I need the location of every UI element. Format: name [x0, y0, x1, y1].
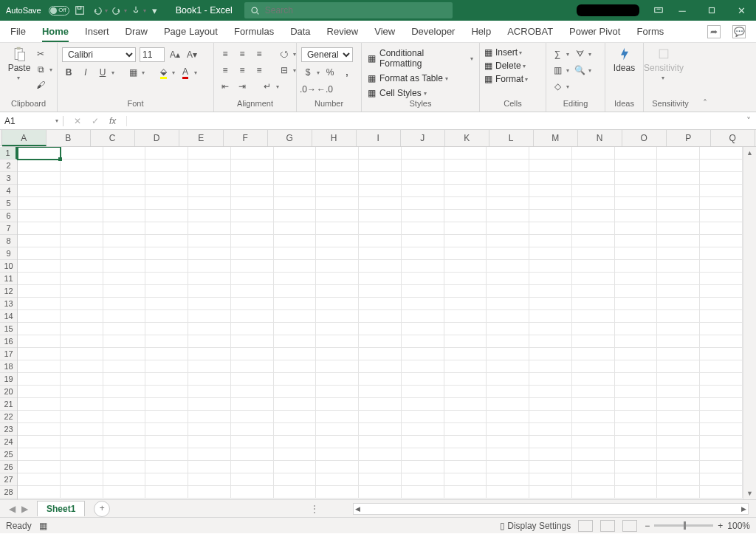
worksheet-cells[interactable] [18, 147, 743, 499]
percent-format-icon[interactable]: % [323, 66, 337, 79]
row-header-9[interactable]: 9 [0, 247, 17, 260]
borders-icon[interactable]: ▦ [126, 66, 140, 79]
column-header-J[interactable]: J [401, 130, 445, 146]
increase-indent-icon[interactable]: ⇥ [236, 80, 249, 93]
collapse-ribbon-icon[interactable]: ˄ [697, 43, 713, 112]
orientation-icon[interactable]: ⭯ [278, 47, 291, 61]
insert-cells-button[interactable]: ▦Insert▾ [484, 47, 528, 58]
tab-data[interactable]: Data [290, 26, 310, 37]
column-header-I[interactable]: I [357, 130, 401, 146]
number-format-select[interactable]: General [301, 47, 353, 62]
column-header-Q[interactable]: Q [711, 130, 755, 146]
row-header-17[interactable]: 17 [0, 348, 17, 360]
tab-page-layout[interactable]: Page Layout [164, 26, 218, 37]
column-header-E[interactable]: E [179, 130, 224, 146]
row-header-18[interactable]: 18 [0, 360, 17, 373]
column-header-H[interactable]: H [312, 130, 357, 146]
horizontal-scrollbar[interactable]: ◀▶ [353, 503, 749, 515]
autosave-toggle[interactable]: Off [49, 6, 69, 16]
align-top-icon[interactable]: ≡ [219, 47, 232, 61]
paste-button[interactable]: Paste ▾ [4, 45, 34, 81]
select-all-triangle[interactable] [0, 130, 2, 146]
row-header-24[interactable]: 24 [0, 436, 17, 448]
cancel-formula-icon[interactable]: ✕ [74, 116, 81, 126]
column-header-G[interactable]: G [268, 130, 312, 146]
vertical-scrollbar[interactable]: ▲▼ [743, 147, 756, 499]
zoom-slider[interactable] [654, 524, 713, 527]
align-bottom-icon[interactable]: ≡ [252, 47, 266, 61]
new-sheet-button[interactable]: + [94, 501, 110, 517]
search-input[interactable] [265, 5, 447, 16]
tab-draw[interactable]: Draw [126, 26, 148, 37]
column-header-N[interactable]: N [578, 130, 622, 146]
tab-view[interactable]: View [374, 26, 395, 37]
increase-decimal-icon[interactable]: .0→ [301, 83, 315, 96]
row-headers[interactable]: 1234567891011121314151617181920212223242… [0, 147, 18, 499]
tab-developer[interactable]: Developer [411, 26, 455, 37]
undo-icon[interactable] [89, 1, 106, 19]
sheet-nav-next-icon[interactable]: ▶ [21, 504, 28, 514]
align-left-icon[interactable]: ≡ [219, 64, 232, 77]
row-header-14[interactable]: 14 [0, 310, 17, 323]
page-layout-view-icon[interactable] [600, 520, 615, 532]
enter-formula-icon[interactable]: ✓ [92, 116, 99, 126]
row-header-6[interactable]: 6 [0, 210, 17, 222]
find-select-icon[interactable]: 🔍 [573, 64, 586, 77]
insert-function-icon[interactable]: fx [109, 116, 116, 126]
copy-icon[interactable]: ⧉ [34, 63, 47, 76]
cell-styles-button[interactable]: ▦Cell Styles▾ [366, 87, 475, 99]
fill-color-icon[interactable]: ⬙ [157, 66, 170, 79]
underline-button[interactable]: U [96, 66, 109, 79]
increase-font-icon[interactable]: A▴ [168, 48, 182, 61]
row-header-10[interactable]: 10 [0, 260, 17, 273]
wrap-text-icon[interactable]: ↵ [261, 80, 274, 93]
sort-filter-icon[interactable]: ᗊ [573, 47, 586, 61]
zoom-in-icon[interactable]: + [718, 521, 723, 531]
clear-icon[interactable]: ◇ [551, 80, 564, 93]
comments-button[interactable]: 💬 [732, 25, 746, 38]
ideas-button[interactable]: Ideas [610, 45, 639, 73]
row-header-27[interactable]: 27 [0, 473, 17, 486]
align-center-icon[interactable]: ≡ [236, 64, 249, 77]
ribbon-display-options-icon[interactable] [650, 1, 667, 19]
align-middle-icon[interactable]: ≡ [236, 47, 249, 61]
close-icon[interactable]: ✕ [726, 0, 756, 21]
row-header-4[interactable]: 4 [0, 185, 17, 197]
tab-review[interactable]: Review [327, 26, 359, 37]
comma-format-icon[interactable]: , [340, 66, 354, 79]
tab-acrobat[interactable]: ACROBAT [507, 26, 553, 37]
tab-forms[interactable]: Forms [636, 26, 664, 37]
column-header-C[interactable]: C [91, 130, 135, 146]
row-header-13[interactable]: 13 [0, 298, 17, 310]
chevron-down-icon[interactable]: ▾ [55, 117, 58, 124]
column-header-B[interactable]: B [47, 130, 91, 146]
sheet-tab-sheet1[interactable]: Sheet1 [37, 501, 85, 516]
name-box[interactable]: A1▾ [0, 116, 63, 126]
formula-input[interactable] [127, 112, 741, 129]
minimize-icon[interactable]: ─ [667, 0, 697, 21]
search-box[interactable] [244, 2, 453, 18]
decrease-font-icon[interactable]: A▾ [185, 48, 199, 61]
row-header-28[interactable]: 28 [0, 486, 17, 499]
row-header-20[interactable]: 20 [0, 386, 17, 398]
save-icon[interactable] [71, 1, 89, 19]
column-header-L[interactable]: L [489, 130, 534, 146]
row-header-25[interactable]: 25 [0, 448, 17, 461]
row-header-21[interactable]: 21 [0, 398, 17, 411]
align-right-icon[interactable]: ≡ [252, 64, 266, 77]
font-size-input[interactable] [140, 47, 165, 62]
row-header-7[interactable]: 7 [0, 222, 17, 235]
format-painter-icon[interactable]: 🖌 [34, 78, 47, 92]
row-header-12[interactable]: 12 [0, 285, 17, 298]
accounting-format-icon[interactable]: $ [301, 66, 315, 79]
row-header-19[interactable]: 19 [0, 373, 17, 386]
column-headers[interactable]: ABCDEFGHIJKLMNOPQ [2, 130, 755, 147]
autosum-icon[interactable]: ∑ [551, 47, 564, 61]
font-color-icon[interactable]: A [179, 66, 192, 79]
row-header-11[interactable]: 11 [0, 273, 17, 285]
decrease-decimal-icon[interactable]: ←.0 [318, 83, 331, 96]
row-header-26[interactable]: 26 [0, 461, 17, 473]
zoom-level[interactable]: 100% [727, 521, 750, 531]
column-header-M[interactable]: M [534, 130, 578, 146]
tab-file[interactable]: File [10, 26, 26, 37]
